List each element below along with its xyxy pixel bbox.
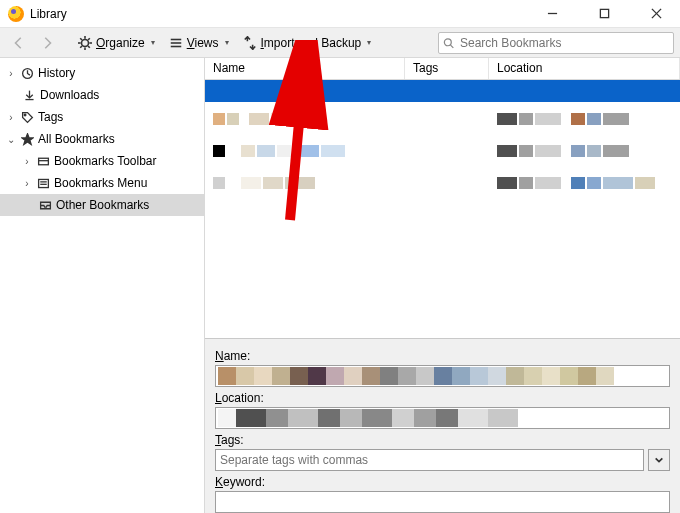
gear-icon: [78, 36, 92, 50]
star-icon: [20, 133, 34, 146]
location-label: Location:: [215, 391, 670, 405]
tree-all-bookmarks[interactable]: ⌄ All Bookmarks: [0, 128, 204, 150]
name-label: Name:: [215, 349, 670, 363]
minimize-button[interactable]: [538, 3, 566, 25]
svg-point-21: [24, 114, 26, 116]
svg-line-17: [451, 45, 454, 48]
search-box[interactable]: [438, 32, 674, 54]
twisty-icon[interactable]: ›: [22, 178, 32, 189]
download-icon: [22, 89, 36, 102]
forward-button[interactable]: [34, 34, 60, 52]
list-icon: [169, 36, 183, 50]
twisty-icon[interactable]: ›: [6, 112, 16, 123]
views-menu[interactable]: Views▾: [163, 34, 235, 52]
table-row[interactable]: [205, 80, 680, 102]
tags-field[interactable]: [215, 449, 644, 471]
details-panel: Name: Location: Tags: Keyword:: [205, 338, 680, 513]
clock-icon: [20, 67, 34, 80]
svg-line-12: [80, 45, 82, 47]
svg-line-10: [88, 45, 90, 47]
svg-line-11: [88, 38, 90, 40]
table-row[interactable]: [205, 140, 680, 162]
search-icon: [443, 37, 454, 49]
table-row[interactable]: [205, 172, 680, 194]
back-button[interactable]: [6, 34, 32, 52]
title-bar: Library: [0, 0, 680, 28]
content-pane: Name Tags Location: [205, 58, 680, 513]
twisty-icon[interactable]: ⌄: [6, 134, 16, 145]
tag-icon: [20, 111, 34, 124]
import-backup-menu[interactable]: Import and Backup▾: [237, 34, 378, 52]
tree-history[interactable]: › History: [0, 62, 204, 84]
svg-rect-23: [38, 158, 48, 165]
twisty-icon[interactable]: ›: [22, 156, 32, 167]
col-name[interactable]: Name: [205, 58, 405, 79]
close-button[interactable]: [642, 3, 670, 25]
sidebar: › History Downloads › Tags ⌄ All Bookmar…: [0, 58, 205, 513]
column-headers: Name Tags Location: [205, 58, 680, 80]
tree-tags[interactable]: › Tags: [0, 106, 204, 128]
tags-label: Tags:: [215, 433, 670, 447]
svg-marker-22: [21, 133, 32, 144]
table-row[interactable]: [205, 108, 680, 130]
col-location[interactable]: Location: [489, 58, 680, 79]
col-tags[interactable]: Tags: [405, 58, 489, 79]
window-title: Library: [30, 7, 67, 21]
menu-icon: [36, 177, 50, 190]
tags-dropdown-button[interactable]: [648, 449, 670, 471]
name-field[interactable]: [215, 365, 670, 387]
twisty-icon[interactable]: ›: [6, 68, 16, 79]
toolbar: Organize▾ Views▾ Import and Backup▾: [0, 28, 680, 58]
tree-bookmarks-menu[interactable]: › Bookmarks Menu: [0, 172, 204, 194]
svg-line-9: [80, 38, 82, 40]
svg-rect-1: [600, 9, 608, 17]
toolbar-icon: [36, 155, 50, 168]
svg-point-4: [82, 39, 89, 46]
keyword-label: Keyword:: [215, 475, 670, 489]
location-field[interactable]: [215, 407, 670, 429]
tree-other-bookmarks[interactable]: Other Bookmarks: [0, 194, 204, 216]
search-input[interactable]: [458, 35, 673, 51]
svg-point-16: [444, 38, 451, 45]
updown-icon: [243, 36, 257, 50]
svg-rect-25: [38, 179, 48, 187]
organize-menu[interactable]: Organize▾: [72, 34, 161, 52]
bookmark-list[interactable]: [205, 80, 680, 338]
keyword-field[interactable]: [215, 491, 670, 513]
app-icon: [8, 6, 24, 22]
tree-downloads[interactable]: Downloads: [0, 84, 204, 106]
tray-icon: [38, 199, 52, 212]
maximize-button[interactable]: [590, 3, 618, 25]
tree-bookmarks-toolbar[interactable]: › Bookmarks Toolbar: [0, 150, 204, 172]
